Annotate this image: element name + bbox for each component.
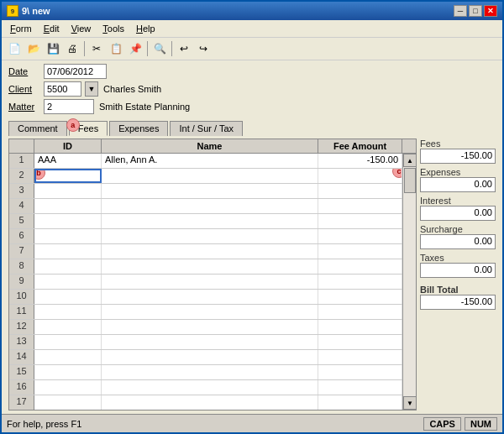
taxes-summary-label: Taxes xyxy=(420,253,496,263)
surcharge-summary-label: Surcharge xyxy=(420,224,496,234)
row-fee[interactable] xyxy=(318,244,402,259)
row-name[interactable] xyxy=(102,259,318,274)
row-id[interactable] xyxy=(34,395,102,410)
row-name[interactable] xyxy=(102,275,318,289)
row-id[interactable] xyxy=(34,229,102,243)
scroll-down-button[interactable]: ▼ xyxy=(403,396,416,410)
row-name[interactable] xyxy=(102,184,318,198)
row-fee[interactable] xyxy=(318,380,402,395)
matter-id-input[interactable] xyxy=(44,99,94,114)
form-area: Date Client ▼ Charles Smith Matter Smith… xyxy=(2,60,502,120)
menu-tools[interactable]: Tools xyxy=(97,22,129,35)
toolbar-find[interactable]: 🔍 xyxy=(150,39,169,58)
row-name[interactable] xyxy=(102,350,318,364)
row-fee[interactable] xyxy=(318,275,402,289)
row-2-id-input[interactable] xyxy=(36,170,100,181)
row-1-name[interactable]: Allen, Ann A. xyxy=(102,154,318,168)
row-fee[interactable] xyxy=(318,305,402,319)
client-label: Client xyxy=(8,84,40,94)
status-indicators: CAPS NUM xyxy=(423,417,497,431)
minimize-button[interactable]: ─ xyxy=(454,5,467,17)
menu-edit[interactable]: Edit xyxy=(39,22,65,35)
row-fee[interactable] xyxy=(318,290,402,304)
row-id[interactable] xyxy=(34,365,102,379)
row-id[interactable] xyxy=(34,199,102,213)
menu-view[interactable]: View xyxy=(66,22,97,35)
row-fee[interactable] xyxy=(318,320,402,334)
row-fee[interactable] xyxy=(318,365,402,379)
table-row: 8 xyxy=(9,259,402,275)
table-scrollbar[interactable]: ▲ ▼ xyxy=(402,154,416,410)
table-row: 4 xyxy=(9,199,402,214)
toolbar-paste[interactable]: 📌 xyxy=(126,39,144,58)
restore-button[interactable]: □ xyxy=(469,5,482,17)
row-fee[interactable] xyxy=(318,335,402,349)
row-name[interactable] xyxy=(102,365,318,379)
row-id[interactable] xyxy=(34,335,102,349)
interest-summary-label: Interest xyxy=(420,196,496,206)
tab-expenses[interactable]: Expenses xyxy=(109,121,168,136)
row-fee[interactable] xyxy=(318,214,402,228)
client-lookup-button[interactable]: ▼ xyxy=(85,81,98,97)
row-fee[interactable] xyxy=(318,199,402,213)
row-name[interactable] xyxy=(102,229,318,243)
table-row: 1 AAA Allen, Ann A. -150.00 xyxy=(9,154,402,169)
tab-expenses-label: Expenses xyxy=(118,123,159,133)
row-name[interactable] xyxy=(102,305,318,319)
col-header-id: ID xyxy=(34,139,102,153)
taxes-summary-value: 0.00 xyxy=(420,263,496,278)
toolbar-save[interactable]: 💾 xyxy=(44,39,62,58)
menu-form[interactable]: Form xyxy=(5,22,37,35)
row-id[interactable] xyxy=(34,320,102,334)
toolbar-redo[interactable]: ↪ xyxy=(194,39,213,58)
tab-comment[interactable]: Comment xyxy=(8,121,67,136)
row-name[interactable] xyxy=(102,244,318,259)
menu-help[interactable]: Help xyxy=(131,22,160,35)
row-id[interactable] xyxy=(34,275,102,289)
row-fee[interactable] xyxy=(318,395,402,410)
row-fee[interactable] xyxy=(318,350,402,364)
toolbar-copy[interactable]: 📋 xyxy=(107,39,125,58)
row-name[interactable] xyxy=(102,320,318,334)
toolbar-cut[interactable]: ✂ xyxy=(87,39,106,58)
row-num-2: 2 xyxy=(9,169,34,183)
row-2-id-cell[interactable]: b xyxy=(34,169,102,183)
row-1-fee[interactable]: -150.00 xyxy=(318,154,402,168)
row-fee[interactable] xyxy=(318,184,402,198)
row-id[interactable] xyxy=(34,214,102,228)
toolbar-print[interactable]: 🖨 xyxy=(63,39,81,58)
row-id[interactable] xyxy=(34,259,102,274)
row-name[interactable] xyxy=(102,380,318,395)
row-id[interactable] xyxy=(34,184,102,198)
row-name[interactable] xyxy=(102,290,318,304)
scroll-up-button[interactable]: ▲ xyxy=(403,154,416,167)
row-fee[interactable] xyxy=(318,229,402,243)
row-1-id[interactable]: AAA xyxy=(34,154,102,168)
scroll-thumb[interactable] xyxy=(404,168,416,193)
tab-fees[interactable]: a Fees xyxy=(69,121,108,136)
row-fee[interactable] xyxy=(318,259,402,274)
toolbar-new[interactable]: 📄 xyxy=(5,39,24,58)
fees-summary-label: Fees xyxy=(420,139,496,149)
badge-c: c xyxy=(392,169,402,178)
close-button[interactable]: ✕ xyxy=(484,5,497,17)
tab-int-sur-tax[interactable]: Int / Sur / Tax xyxy=(170,121,243,136)
toolbar-undo[interactable]: ↩ xyxy=(175,39,193,58)
row-id[interactable] xyxy=(34,290,102,304)
row-2-name[interactable] xyxy=(102,169,318,183)
toolbar-open[interactable]: 📂 xyxy=(24,39,43,58)
table-row: 3 xyxy=(9,184,402,199)
row-id[interactable] xyxy=(34,305,102,319)
row-2-fee[interactable]: c xyxy=(318,169,402,183)
row-num: 13 xyxy=(9,335,34,349)
scroll-track[interactable] xyxy=(403,167,416,396)
date-input[interactable] xyxy=(44,64,107,79)
row-id[interactable] xyxy=(34,244,102,259)
client-id-input[interactable] xyxy=(44,81,81,97)
row-name[interactable] xyxy=(102,214,318,228)
row-id[interactable] xyxy=(34,350,102,364)
row-name[interactable] xyxy=(102,199,318,213)
row-name[interactable] xyxy=(102,335,318,349)
row-name[interactable] xyxy=(102,395,318,410)
row-id[interactable] xyxy=(34,380,102,395)
